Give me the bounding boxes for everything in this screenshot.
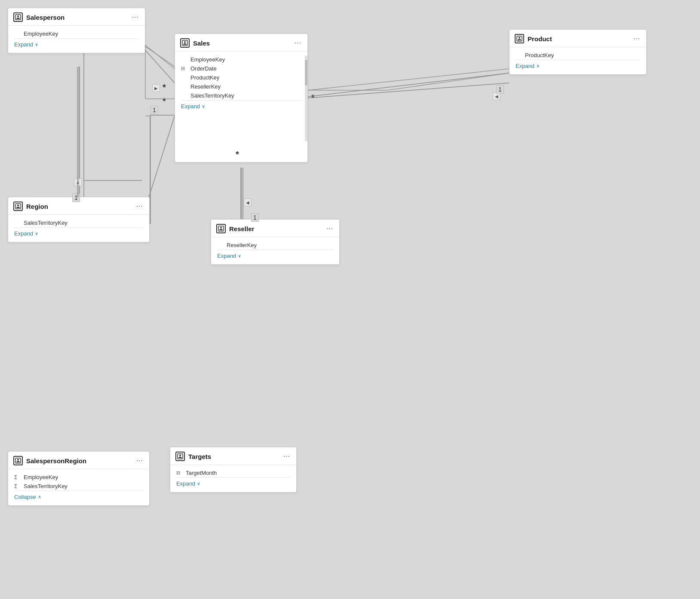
sales-header: Sales ··· (175, 34, 307, 52)
diagram-canvas: Salesperson ··· EmployeeKey Expand ∨ (0, 0, 700, 599)
spr-field-label-0: EmployeeKey (24, 474, 58, 480)
connector-lines (0, 0, 700, 599)
region-menu[interactable]: ··· (135, 202, 144, 210)
product-expand[interactable]: Expand ∨ (516, 60, 640, 73)
salesperson-expand-arrow: ∨ (35, 42, 38, 47)
svg-point-18 (220, 227, 222, 229)
salesperson-table-icon (13, 12, 23, 22)
region-expand[interactable]: Expand ∨ (14, 228, 143, 240)
sales-field-label-3: ResellerKey (190, 83, 221, 90)
sales-field-label-1: OrderDate (190, 65, 217, 72)
arrow-region-up: ▲ (74, 178, 82, 186)
sales-field-0: EmployeeKey (181, 55, 301, 64)
badge-1-region: 1 (150, 106, 158, 114)
badge-1-product: 1 (496, 85, 504, 94)
targets-title: Targets (188, 453, 279, 460)
reseller-card: Reseller ··· ResellerKey Expand ∨ (211, 219, 340, 265)
targets-field-0: ⊟ TargetMonth (176, 468, 290, 477)
svg-line-34 (145, 46, 175, 67)
product-title: Product (528, 35, 629, 43)
salesperson-region-body: Σ EmployeeKey Σ SalesTerritoryKey Collap… (8, 469, 149, 505)
connector-arrows-svg (0, 0, 700, 599)
arrow-reseller-left: ◀ (244, 199, 252, 206)
svg-point-16 (17, 205, 19, 206)
spr-field-label-1: SalesTerritoryKey (24, 483, 68, 489)
sales-expand-arrow: ∨ (202, 104, 205, 109)
product-header: Product ··· (510, 30, 646, 47)
salesperson-region-field-0: Σ EmployeeKey (14, 473, 143, 482)
salesperson-field-0: EmployeeKey (14, 29, 139, 38)
cardinality-star-2: * (163, 96, 166, 106)
region-title: Region (26, 203, 132, 210)
spr-field-icon-0: Σ (14, 474, 21, 480)
badge-1-salesperson: 1 (72, 193, 80, 202)
salesperson-region-collapse[interactable]: Collapse ∧ (14, 491, 143, 504)
salesperson-field-label-0: EmployeeKey (24, 31, 58, 37)
spr-field-icon-1: Σ (14, 483, 21, 489)
sales-field-2: ProductKey (181, 73, 301, 82)
svg-line-23 (145, 45, 175, 69)
targets-card: Targets ··· ⊟ TargetMonth Expand ∨ (170, 447, 297, 492)
salesperson-header: Salesperson ··· (8, 8, 145, 26)
targets-field-icon-0: ⊟ (176, 470, 183, 476)
region-table-icon (13, 202, 23, 211)
sales-menu[interactable]: ··· (294, 39, 302, 47)
reseller-expand[interactable]: Expand ∨ (217, 250, 333, 263)
svg-line-30 (308, 69, 509, 90)
reseller-body: ResellerKey Expand ∨ (211, 237, 339, 264)
cardinality-star-1: * (163, 83, 166, 92)
product-body: ProductKey Expand ∨ (510, 47, 646, 74)
reseller-expand-arrow: ∨ (238, 253, 241, 259)
sales-table-icon (180, 38, 190, 48)
salesperson-expand[interactable]: Expand ∨ (14, 39, 139, 51)
sales-field-3: ResellerKey (181, 82, 301, 91)
product-field-label-0: ProductKey (525, 52, 554, 58)
sales-field-label-0: EmployeeKey (190, 56, 225, 63)
salesperson-region-field-1: Σ SalesTerritoryKey (14, 482, 143, 491)
reseller-header: Reseller ··· (211, 220, 339, 237)
salesperson-region-table-icon (13, 456, 23, 465)
sales-title: Sales (193, 40, 290, 47)
relationships-svg (0, 0, 700, 599)
arrow-salesperson-sales: ▶ (152, 84, 160, 92)
salesperson-title: Salesperson (26, 14, 128, 21)
svg-line-32 (387, 73, 509, 90)
sales-field-icon-1: ⊟ (181, 66, 188, 71)
reseller-menu[interactable]: ··· (325, 225, 334, 232)
cardinality-star-reseller: * (236, 150, 239, 159)
product-card: Product ··· ProductKey Expand ∨ (509, 29, 647, 75)
region-field-label-0: SalesTerritoryKey (24, 220, 68, 226)
salesperson-body: EmployeeKey Expand ∨ (8, 26, 145, 53)
product-menu[interactable]: ··· (632, 35, 641, 43)
product-field-0: ProductKey (516, 51, 640, 60)
svg-line-39 (308, 73, 509, 97)
reseller-title: Reseller (229, 225, 322, 232)
targets-table-icon (175, 452, 185, 461)
sales-field-label-2: ProductKey (190, 74, 219, 81)
targets-menu[interactable]: ··· (282, 452, 291, 460)
svg-point-14 (519, 37, 520, 39)
region-field-0: SalesTerritoryKey (14, 218, 143, 227)
svg-line-6 (308, 83, 509, 98)
reseller-field-label-0: ResellerKey (227, 242, 257, 248)
sales-field-1: ⊟ OrderDate (181, 64, 301, 73)
targets-body: ⊟ TargetMonth Expand ∨ (170, 465, 296, 492)
svg-point-10 (17, 15, 19, 17)
targets-expand-arrow: ∨ (197, 481, 200, 486)
svg-point-20 (17, 459, 19, 461)
product-expand-arrow: ∨ (536, 63, 540, 69)
sales-field-label-4: SalesTerritoryKey (190, 92, 234, 99)
reseller-field-0: ResellerKey (217, 241, 333, 250)
sales-expand[interactable]: Expand ∨ (181, 101, 301, 113)
sales-field-4: SalesTerritoryKey (181, 91, 301, 100)
sales-card: Sales ··· EmployeeKey ⊟ OrderDate Produc… (175, 34, 308, 162)
svg-point-22 (179, 455, 181, 456)
targets-expand[interactable]: Expand ∨ (176, 478, 290, 490)
salesperson-menu[interactable]: ··· (131, 13, 140, 21)
salesperson-region-menu[interactable]: ··· (135, 457, 144, 465)
region-card: Region ··· SalesTerritoryKey Expand ∨ (8, 197, 150, 242)
salesperson-region-card: SalespersonRegion ··· Σ EmployeeKey Σ Sa… (8, 451, 150, 506)
svg-line-0 (142, 46, 175, 83)
product-table-icon (515, 34, 524, 43)
region-expand-arrow: ∨ (35, 231, 38, 236)
